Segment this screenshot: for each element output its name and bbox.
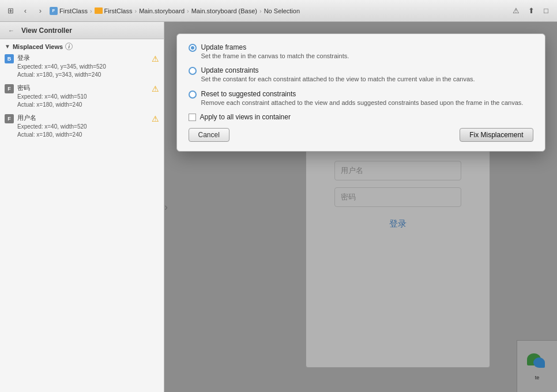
forward-button[interactable]: ›	[35, 5, 46, 17]
toolbar: ⊞ ‹ › F FirstClass › FirstClass › Main.s…	[0, 0, 557, 22]
item-expected: Expected: x=40, width=510	[17, 93, 148, 101]
fix-misplacement-dialog: Update frames Set the frame in the canva…	[176, 33, 545, 152]
collapse-icon[interactable]: ▼	[5, 43, 10, 50]
badge-f: F	[5, 84, 14, 93]
list-item[interactable]: F 用户名 Expected: x=40, width=520 Actual: …	[5, 114, 159, 139]
fix-misplacement-button[interactable]: Fix Misplacement	[460, 128, 533, 142]
breadcrumb-label-3: Main.storyboard	[139, 7, 185, 14]
warning-toolbar-icon[interactable]: ⚠	[510, 5, 522, 17]
warning-icon: ⚠	[152, 84, 159, 93]
update-frames-title: Update frames	[201, 43, 533, 51]
file-toolbar-icon[interactable]: □	[540, 5, 552, 17]
breadcrumb-no-selection: No Selection	[264, 7, 300, 14]
breadcrumb: F FirstClass › FirstClass › Main.storybo…	[50, 7, 506, 15]
sidebar: ← View Controller ▼ Misplaced Views i B …	[0, 22, 164, 392]
breadcrumb-sep-4: ›	[259, 7, 262, 14]
toolbar-right: ⚠ ⬆ □	[510, 5, 552, 17]
main-layout: ← View Controller ▼ Misplaced Views i B …	[0, 22, 557, 392]
folder-icon	[95, 7, 103, 14]
item-actual: Actual: x=180, width=240	[17, 131, 148, 139]
update-frames-radio[interactable]	[189, 44, 197, 52]
file-icon: F	[50, 7, 58, 15]
update-constraints-desc: Set the constant for each constraint att…	[201, 75, 533, 84]
apply-all-row[interactable]: Apply to all views in container	[189, 113, 533, 121]
list-item[interactable]: B 登录 Expected: x=40, y=345, width=520 Ac…	[5, 54, 159, 79]
reset-constraints-desc: Remove each constraint attached to the v…	[201, 99, 533, 107]
breadcrumb-label-5: No Selection	[264, 7, 300, 14]
item-name: 用户名	[17, 114, 148, 122]
view-controller-title: View Controller	[21, 27, 72, 35]
breadcrumb-firstclass-file[interactable]: F FirstClass	[50, 7, 88, 15]
sidebar-header: ← View Controller	[0, 22, 164, 39]
breadcrumb-label: FirstClass	[59, 7, 88, 14]
info-icon[interactable]: i	[65, 43, 73, 50]
update-constraints-title: Update constraints	[201, 66, 533, 74]
update-frames-desc: Set the frame in the canvas to match the…	[201, 52, 533, 61]
breadcrumb-main-storyboard-base[interactable]: Main.storyboard (Base)	[191, 7, 257, 14]
breadcrumb-label-2: FirstClass	[104, 7, 133, 14]
update-frames-option[interactable]: Update frames Set the frame in the canva…	[189, 43, 533, 61]
reset-constraints-radio[interactable]	[189, 91, 197, 99]
warning-icon: ⚠	[152, 54, 159, 63]
grid-view-button[interactable]: ⊞	[5, 5, 16, 17]
back-button[interactable]: ‹	[20, 5, 31, 17]
item-expected: Expected: x=40, y=345, width=520	[17, 63, 148, 71]
item-name: 密码	[17, 84, 148, 92]
breadcrumb-sep-1: ›	[90, 7, 92, 14]
dialog-overlay: Update frames Set the frame in the canva…	[164, 22, 557, 392]
sidebar-back-button[interactable]: ←	[6, 26, 17, 35]
item-name: 登录	[17, 54, 148, 62]
misplaced-section: ▼ Misplaced Views i B 登录 Expected: x=40,…	[0, 39, 164, 146]
list-item[interactable]: F 密码 Expected: x=40, width=510 Actual: x…	[5, 84, 159, 109]
error-toolbar-icon[interactable]: ⬆	[525, 5, 537, 17]
badge-f: F	[5, 114, 14, 123]
item-actual: Actual: x=180, width=240	[17, 101, 148, 109]
update-frames-label-group: Update frames Set the frame in the canva…	[201, 43, 533, 61]
update-constraints-radio[interactable]	[189, 67, 197, 75]
update-constraints-label-group: Update constraints Set the constant for …	[201, 66, 533, 84]
apply-all-checkbox[interactable]	[189, 114, 196, 121]
dialog-buttons: Cancel Fix Misplacement	[189, 128, 533, 142]
item-details: 登录 Expected: x=40, y=345, width=520 Actu…	[17, 54, 148, 79]
apply-all-label: Apply to all views in container	[200, 113, 291, 121]
warning-icon: ⚠	[152, 114, 159, 123]
reset-constraints-option[interactable]: Reset to suggested constraints Remove ea…	[189, 90, 533, 107]
breadcrumb-main-storyboard[interactable]: Main.storyboard	[139, 7, 185, 14]
breadcrumb-label-4: Main.storyboard (Base)	[191, 7, 257, 14]
misplaced-header: ▼ Misplaced Views i	[5, 43, 159, 50]
reset-constraints-label-group: Reset to suggested constraints Remove ea…	[201, 90, 533, 107]
breadcrumb-sep-2: ›	[134, 7, 137, 14]
update-constraints-option[interactable]: Update constraints Set the constant for …	[189, 66, 533, 84]
badge-b: B	[5, 54, 14, 63]
item-expected: Expected: x=40, width=520	[17, 123, 148, 131]
cancel-button[interactable]: Cancel	[189, 128, 229, 142]
item-actual: Actual: x=180, y=343, width=240	[17, 71, 148, 79]
reset-constraints-title: Reset to suggested constraints	[201, 90, 533, 98]
misplaced-title: Misplaced Views	[13, 43, 63, 50]
item-details: 密码 Expected: x=40, width=510 Actual: x=1…	[17, 84, 148, 109]
breadcrumb-firstclass-folder[interactable]: FirstClass	[95, 7, 133, 14]
item-details: 用户名 Expected: x=40, width=520 Actual: x=…	[17, 114, 148, 139]
canvas-area: › 用户名 密码 登录	[164, 22, 557, 392]
breadcrumb-sep-3: ›	[187, 7, 189, 14]
